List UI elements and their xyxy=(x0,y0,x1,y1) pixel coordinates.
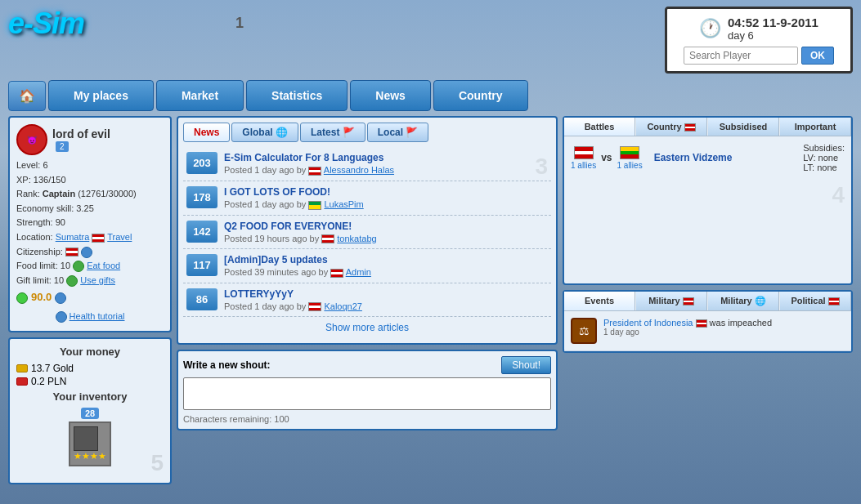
author-3[interactable]: tonkatabg xyxy=(337,234,376,243)
use-gifts-link[interactable]: Use gifts xyxy=(80,275,115,285)
news-tabs: News Global 🌐 Latest 🚩 Local 🚩 xyxy=(183,123,551,142)
coin-icon xyxy=(16,377,28,386)
tab-country-battles[interactable]: Country xyxy=(636,118,707,136)
nav-market[interactable]: Market xyxy=(156,80,244,111)
eat-food-link[interactable]: Eat food xyxy=(87,261,120,270)
title-1[interactable]: E-Sim Calculator For 8 Languages xyxy=(224,152,548,163)
nav-bar: 🏠 My places Market Statistics News Count… xyxy=(0,80,861,111)
right-allies: 1 allies xyxy=(617,161,643,170)
tab-subsidised[interactable]: Subsidised xyxy=(708,118,779,136)
health-tutorial-link[interactable]: Health tutorial xyxy=(70,311,125,321)
user-xp: XP: 136/150 xyxy=(16,173,164,188)
nav-my-places[interactable]: My places xyxy=(48,80,154,111)
travel-link[interactable]: Travel xyxy=(107,232,132,242)
article-2: 178 I GOT LOTS OF FOOD! Posted 1 day ago… xyxy=(183,181,551,216)
economy-skill: Economy skill: 3.25 xyxy=(16,202,164,216)
left-allies: 1 allies xyxy=(571,161,596,170)
money-title: Your money xyxy=(16,346,164,358)
clock-icon: 🕐 xyxy=(699,18,721,39)
inventory-item: ★★★★ xyxy=(69,421,111,466)
battle-location[interactable]: Eastern Vidzeme xyxy=(654,152,733,163)
flag-lv xyxy=(574,146,594,159)
title-3[interactable]: Q2 FOOD FOR EVERYONE! xyxy=(224,221,548,232)
nav-news[interactable]: News xyxy=(350,80,431,111)
flag-1 xyxy=(308,167,321,176)
item-icon xyxy=(74,426,98,451)
meta-4: Posted 39 minutes ago by Admin xyxy=(224,267,548,278)
title-4[interactable]: [Admin]Day 5 updates xyxy=(224,254,548,265)
section-4: 4 xyxy=(564,179,851,212)
tab-global[interactable]: Global 🌐 xyxy=(231,123,298,142)
username: lord of evil xyxy=(52,127,110,140)
political-flag xyxy=(828,297,840,306)
title-2[interactable]: I GOT LOTS OF FOOD! xyxy=(224,186,548,198)
event-text: President of Indonesia was impeached 1 d… xyxy=(603,318,772,337)
tab-events[interactable]: Events xyxy=(564,292,635,310)
country-flag xyxy=(684,123,696,132)
user-rank-num: (12761/30000) xyxy=(78,189,137,198)
tab-local[interactable]: Local 🚩 xyxy=(367,123,429,142)
wellness-globe xyxy=(55,292,66,304)
search-button[interactable]: OK xyxy=(801,47,834,65)
health-icon xyxy=(56,311,67,323)
nav-country[interactable]: Country xyxy=(433,80,528,111)
author-5[interactable]: Kaloqn27 xyxy=(324,301,362,311)
articles-list: 203 E-Sim Calculator For 8 Languages Pos… xyxy=(183,147,551,317)
battles-box: Battles Country Subsidised Important 1 a… xyxy=(563,116,853,285)
battles-content: 1 allies vs 1 allies Eastern Vidzeme Sub… xyxy=(564,136,851,283)
shout-input[interactable] xyxy=(183,377,551,410)
subsidies-info: Subsidies: LV: none LT: none xyxy=(803,143,845,172)
nav-statistics[interactable]: Statistics xyxy=(246,80,348,111)
tab-battles[interactable]: Battles xyxy=(564,118,635,136)
flag-5 xyxy=(308,302,321,311)
meta-3: Posted 19 hours ago by tonkatabg xyxy=(224,234,548,244)
author-4[interactable]: Admin xyxy=(346,267,371,277)
left-flag-box: 1 allies xyxy=(571,146,596,170)
wellness-value: 90.0 xyxy=(31,289,52,306)
event-icon: ⚖ xyxy=(571,318,597,344)
author-1[interactable]: Alessandro Halas xyxy=(324,165,394,175)
app-logo: e-Sim xyxy=(8,7,84,41)
pln-amount: 0.2 PLN xyxy=(31,376,66,387)
left-panel: 😈 lord of evil 2 Level: 6 XP: 136/150 Ra… xyxy=(8,116,172,484)
vote-5: 86 xyxy=(186,288,217,310)
flag-3 xyxy=(321,234,334,243)
user-strength: Strength: 90 xyxy=(16,216,164,230)
flag-4 xyxy=(330,269,343,278)
user-rank: Captain xyxy=(43,189,75,198)
title-5[interactable]: LOTTERYyYyY xyxy=(224,288,548,300)
news-box: News Global 🌐 Latest 🚩 Local 🚩 203 E-Sim… xyxy=(177,116,558,345)
meta-2: Posted 1 day ago by LukasPim xyxy=(224,199,548,210)
inventory-title: Your inventory xyxy=(16,390,164,403)
president-link[interactable]: President of Indonesia xyxy=(603,318,693,328)
avatar: 😈 xyxy=(16,124,47,155)
tab-news[interactable]: News xyxy=(183,123,230,142)
author-2[interactable]: LukasPim xyxy=(324,199,363,209)
tab-important[interactable]: Important xyxy=(780,118,851,136)
search-input[interactable] xyxy=(684,47,798,65)
food-icon xyxy=(73,261,84,272)
tab-military-local[interactable]: Military xyxy=(636,292,707,310)
lv-subsidy: LV: none xyxy=(803,153,845,163)
lt-subsidy: LT: none xyxy=(803,163,845,172)
event-time: 1 day ago xyxy=(603,328,772,337)
logo-text: e-Sim xyxy=(8,7,84,40)
show-more-link[interactable]: Show more articles xyxy=(183,317,551,338)
shout-button[interactable]: Shout! xyxy=(501,356,551,374)
citizenship-flag xyxy=(65,248,78,256)
citizenship-globe xyxy=(81,247,92,258)
user-level: Level: 6 xyxy=(16,158,164,173)
wellness-icon xyxy=(16,292,28,304)
user-badge: 2 xyxy=(56,141,69,152)
shout-chars: Characters remaining: 100 xyxy=(183,414,551,424)
military-flag xyxy=(683,297,694,306)
tab-political[interactable]: Political xyxy=(780,292,851,310)
user-location[interactable]: Sumatra xyxy=(56,232,90,242)
clock-widget: 🕐 04:52 11-9-2011 day 6 1 OK xyxy=(665,7,853,74)
gold-amount: 13.7 Gold xyxy=(31,363,74,374)
tab-latest[interactable]: Latest 🚩 xyxy=(300,123,365,142)
home-button[interactable]: 🏠 xyxy=(8,81,46,111)
tab-military-global[interactable]: Military 🌐 xyxy=(708,292,779,310)
meta-1: Posted 1 day ago by Alessandro Halas xyxy=(224,165,548,176)
indonesia-flag xyxy=(696,319,707,328)
